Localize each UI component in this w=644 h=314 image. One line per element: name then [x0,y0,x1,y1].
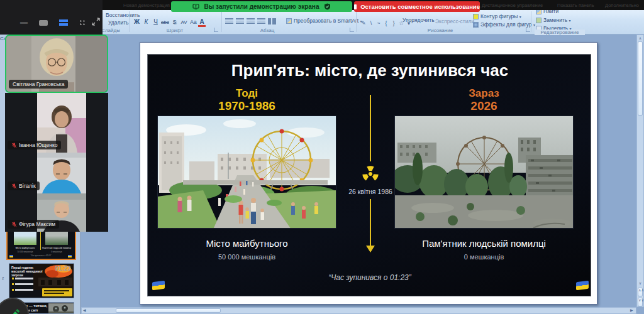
paragraph-group-label: Абзац [248,28,286,33]
participant-video-4[interactable]: Фігура Максим [5,193,108,232]
justify-icon[interactable] [257,18,265,24]
font-toolbar: ЖКЧabcSAVAaA [132,15,206,27]
strikethrough-button[interactable]: abc [160,19,170,25]
thumb-caption-left: Місто майбутнього [9,247,42,249]
underline-button[interactable]: Ч [151,18,160,25]
group-divider [356,11,357,32]
slide-canvas[interactable]: Прип'ять: місто, де зупинився час Тоді 1… [140,42,597,305]
drawing-dialog-launcher[interactable] [526,28,530,32]
thumb-caption-right: Пам'ятник людській помилці [40,247,73,249]
paragraph-dialog-launcher[interactable] [350,28,354,32]
grid-view-icon[interactable] [79,19,86,26]
slide-thumbnail-2[interactable]: Перші години: масштаб невидимої загрози … [9,263,74,298]
ukraine-flag-icon [576,281,589,290]
shape-effects-icon [473,22,479,28]
thumb-sub-left: 50 000 мешканців [9,251,42,253]
align-right-icon[interactable] [247,18,255,24]
thumb-sub-right: 0 мешканців [40,251,73,253]
thumb2-bullet-3 [12,289,33,291]
muted-mic-icon [11,143,17,148]
curve-shape-icon[interactable]: ~ [375,20,382,26]
brace-right-shape-icon[interactable]: } [390,20,397,26]
arrange-button[interactable]: Упорядочить [402,17,435,23]
minimize-icon[interactable]: — [20,19,28,26]
bold-button[interactable]: Ж [132,18,142,25]
pripyat-abandoned-photo [394,116,574,229]
shape-outline-icon [473,14,479,19]
italic-button[interactable]: К [142,18,151,25]
vertical-scrollbar[interactable]: ∧ ∨ ∧∧ ∨∨ [636,35,644,307]
char-spacing-button[interactable]: AV [179,19,189,25]
slide-quote: “Час зупинився о 01:23” [148,273,592,282]
font-group-label: Шрифт [156,28,194,33]
line-shape-icon[interactable]: \ [367,20,375,26]
brace-left-shape-icon[interactable]: { [382,20,390,26]
replace-icon [536,18,541,23]
thumb-photo-then [14,230,36,245]
vertical-scroll-thumb[interactable] [638,41,643,116]
toolbar-item[interactable]: Дистанционное управление [482,3,543,8]
thumb2-bullet-2 [12,283,33,285]
security-shield-icon [324,3,331,10]
participant-name-tag: Віталік [8,181,40,190]
now-years: 2026 [394,99,574,113]
timeline-date: 26 квітня 1986 [330,188,411,195]
then-heading: Тоді [157,87,336,100]
thumb2-number: 2 [2,276,4,280]
thumb2-callout [42,288,72,296]
group-divider [129,11,130,32]
participant-3-video-feed [37,153,86,193]
muted-mic-icon [11,222,17,227]
timeline-line-top [370,95,371,161]
toolbar-item[interactable]: Новая демонстрация [123,3,170,8]
speaker-view-icon[interactable] [39,20,48,26]
participant-video-3[interactable]: Віталік [5,153,108,193]
slide-background: Прип'ять: місто, де зупинився час Тоді 1… [147,54,591,296]
scroll-up-icon[interactable]: ∧ [637,35,643,41]
toolbar-item[interactable]: Показать панель [557,3,594,8]
paragraph-toolbar [225,16,279,27]
then-population: 50 000 мешканців [157,253,336,261]
participant-video-2[interactable]: Іванна Ющенко [5,93,108,153]
video-panel-header[interactable]: — [0,0,103,35]
now-population: 0 мешканців [394,253,574,261]
expand-panel-icon[interactable] [92,18,100,26]
then-caption: Місто майбутнього [157,238,336,249]
align-center-icon[interactable] [236,18,244,24]
timeline-arrowhead-icon [366,246,375,252]
columns-icon[interactable] [268,18,276,24]
scroll-down-icon[interactable]: ∨ [637,280,643,286]
shape-outline-button[interactable]: Контур фигуры ▾ [473,13,521,19]
gallery-view-icon[interactable] [59,19,68,26]
smartart-convert-button[interactable]: Преобразовать в SmartArt ▾ [286,18,362,24]
scroll-right-icon[interactable]: ▶ [630,308,633,313]
shape-effects-button[interactable]: Эффекты для фигур ▾ [473,21,535,28]
replace-button[interactable]: Заменить ▾ [536,17,571,23]
timeline-line-bottom [370,199,371,246]
participant-video-1[interactable]: Світлана Грановська [5,35,108,93]
scroll-left-icon[interactable]: ◀ [83,308,86,313]
shadow-button[interactable]: S [170,19,179,25]
ukraine-flag-icon [152,281,165,290]
radiation-icon [359,163,382,185]
participant-name-tag: Іванна Ющенко [8,141,61,149]
font-dialog-launcher[interactable] [214,28,218,32]
horizontal-scrollbar[interactable]: ◀ ▶ [81,307,636,314]
font-color-button[interactable]: A [198,18,206,27]
thumb3-gasmask-image [48,303,74,314]
pencil-shape-icon[interactable]: ✎ [360,20,367,26]
toolbar-item[interactable]: Дополнительно [605,3,639,8]
align-left-icon[interactable] [225,18,233,24]
stop-sharing-button[interactable]: Остановить совместное использование [354,1,480,12]
change-case-button[interactable]: Aa [189,19,198,25]
previous-slide-button[interactable]: ∧∧ [638,288,643,296]
screen: Восстановить Удалить Слайды ЖКЧabcSAVAaA… [0,0,644,314]
sharing-banner: Вы запустили демонстрацию экрана [171,1,352,12]
horizontal-scroll-thumb[interactable] [116,308,221,313]
now-caption: Пам'ятник людській помилці [394,238,574,249]
quick-styles-button[interactable]: Экспресс-стили [435,18,474,24]
thumb2-bullet-1 [12,278,33,279]
next-slide-button[interactable]: ∨∨ [638,298,643,306]
stop-square-icon [354,4,357,9]
thumb-photo-now [45,230,68,245]
